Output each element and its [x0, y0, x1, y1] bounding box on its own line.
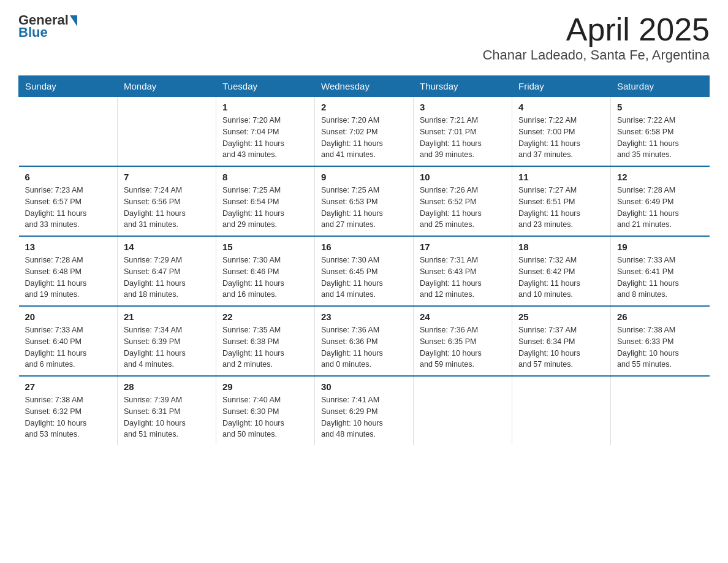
calendar-cell: 18Sunrise: 7:32 AM Sunset: 6:42 PM Dayli… — [512, 236, 611, 306]
calendar-cell: 12Sunrise: 7:28 AM Sunset: 6:49 PM Dayli… — [611, 166, 710, 236]
day-number: 4 — [518, 102, 604, 112]
title-block: April 2025 Chanar Ladeado, Santa Fe, Arg… — [482, 12, 710, 63]
week-row-3: 13Sunrise: 7:28 AM Sunset: 6:48 PM Dayli… — [19, 236, 710, 306]
calendar-cell: 16Sunrise: 7:30 AM Sunset: 6:45 PM Dayli… — [315, 236, 414, 306]
day-number: 5 — [617, 102, 703, 112]
day-info: Sunrise: 7:29 AM Sunset: 6:47 PM Dayligh… — [124, 255, 210, 301]
day-number: 10 — [420, 172, 506, 182]
calendar-header: SundayMondayTuesdayWednesdayThursdayFrid… — [19, 76, 710, 97]
calendar-cell: 21Sunrise: 7:34 AM Sunset: 6:39 PM Dayli… — [118, 306, 216, 376]
day-number: 16 — [321, 242, 407, 252]
day-info: Sunrise: 7:39 AM Sunset: 6:31 PM Dayligh… — [124, 394, 210, 440]
day-info: Sunrise: 7:22 AM Sunset: 6:58 PM Dayligh… — [617, 115, 703, 161]
calendar-cell — [414, 376, 512, 445]
header-day-friday: Friday — [512, 76, 611, 97]
day-number: 29 — [222, 381, 308, 392]
calendar-cell: 1Sunrise: 7:20 AM Sunset: 7:04 PM Daylig… — [216, 97, 315, 167]
day-info: Sunrise: 7:25 AM Sunset: 6:53 PM Dayligh… — [321, 185, 407, 231]
header-day-saturday: Saturday — [611, 76, 710, 97]
day-number: 30 — [321, 381, 407, 392]
day-number: 8 — [222, 172, 308, 182]
day-number: 15 — [222, 242, 308, 252]
day-info: Sunrise: 7:30 AM Sunset: 6:45 PM Dayligh… — [321, 255, 407, 301]
header-day-sunday: Sunday — [19, 76, 118, 97]
day-number: 14 — [124, 242, 210, 252]
day-info: Sunrise: 7:20 AM Sunset: 7:04 PM Dayligh… — [222, 115, 308, 161]
day-info: Sunrise: 7:40 AM Sunset: 6:30 PM Dayligh… — [222, 394, 308, 440]
calendar-cell: 26Sunrise: 7:38 AM Sunset: 6:33 PM Dayli… — [611, 306, 710, 376]
day-info: Sunrise: 7:33 AM Sunset: 6:41 PM Dayligh… — [617, 255, 703, 301]
page-header: General Blue April 2025 Chanar Ladeado, … — [18, 12, 710, 63]
calendar-cell: 4Sunrise: 7:22 AM Sunset: 7:00 PM Daylig… — [512, 97, 611, 167]
calendar-cell: 3Sunrise: 7:21 AM Sunset: 7:01 PM Daylig… — [414, 97, 512, 167]
week-row-5: 27Sunrise: 7:38 AM Sunset: 6:32 PM Dayli… — [19, 376, 710, 445]
day-info: Sunrise: 7:36 AM Sunset: 6:35 PM Dayligh… — [420, 324, 506, 370]
day-info: Sunrise: 7:38 AM Sunset: 6:33 PM Dayligh… — [617, 324, 703, 370]
day-number: 17 — [420, 242, 506, 252]
week-row-2: 6Sunrise: 7:23 AM Sunset: 6:57 PM Daylig… — [19, 166, 710, 236]
day-number: 19 — [617, 242, 703, 252]
day-number: 12 — [617, 172, 703, 182]
calendar-cell: 2Sunrise: 7:20 AM Sunset: 7:02 PM Daylig… — [315, 97, 414, 167]
day-info: Sunrise: 7:32 AM Sunset: 6:42 PM Dayligh… — [518, 255, 604, 301]
calendar-cell: 5Sunrise: 7:22 AM Sunset: 6:58 PM Daylig… — [611, 97, 710, 167]
day-number: 20 — [25, 312, 112, 322]
day-info: Sunrise: 7:41 AM Sunset: 6:29 PM Dayligh… — [321, 394, 407, 440]
day-number: 7 — [124, 172, 210, 182]
day-info: Sunrise: 7:28 AM Sunset: 6:49 PM Dayligh… — [617, 185, 703, 231]
day-number: 3 — [420, 102, 506, 112]
calendar-cell: 17Sunrise: 7:31 AM Sunset: 6:43 PM Dayli… — [414, 236, 512, 306]
day-info: Sunrise: 7:31 AM Sunset: 6:43 PM Dayligh… — [420, 255, 506, 301]
day-number: 9 — [321, 172, 407, 182]
calendar-cell: 6Sunrise: 7:23 AM Sunset: 6:57 PM Daylig… — [19, 166, 118, 236]
day-info: Sunrise: 7:20 AM Sunset: 7:02 PM Dayligh… — [321, 115, 407, 161]
day-info: Sunrise: 7:37 AM Sunset: 6:34 PM Dayligh… — [518, 324, 604, 370]
calendar-cell: 22Sunrise: 7:35 AM Sunset: 6:38 PM Dayli… — [216, 306, 315, 376]
day-number: 1 — [222, 102, 308, 112]
day-number: 27 — [25, 381, 112, 392]
day-info: Sunrise: 7:25 AM Sunset: 6:54 PM Dayligh… — [222, 185, 308, 231]
day-info: Sunrise: 7:27 AM Sunset: 6:51 PM Dayligh… — [518, 185, 604, 231]
calendar-cell — [19, 97, 118, 167]
header-day-monday: Monday — [118, 76, 216, 97]
week-row-4: 20Sunrise: 7:33 AM Sunset: 6:40 PM Dayli… — [19, 306, 710, 376]
header-day-tuesday: Tuesday — [216, 76, 315, 97]
day-info: Sunrise: 7:22 AM Sunset: 7:00 PM Dayligh… — [518, 115, 604, 161]
day-info: Sunrise: 7:24 AM Sunset: 6:56 PM Dayligh… — [124, 185, 210, 231]
calendar-cell — [611, 376, 710, 445]
day-number: 25 — [518, 312, 604, 322]
calendar-cell: 29Sunrise: 7:40 AM Sunset: 6:30 PM Dayli… — [216, 376, 315, 445]
week-row-1: 1Sunrise: 7:20 AM Sunset: 7:04 PM Daylig… — [19, 97, 710, 167]
day-info: Sunrise: 7:35 AM Sunset: 6:38 PM Dayligh… — [222, 324, 308, 370]
day-number: 24 — [420, 312, 506, 322]
calendar-cell: 27Sunrise: 7:38 AM Sunset: 6:32 PM Dayli… — [19, 376, 118, 445]
day-info: Sunrise: 7:34 AM Sunset: 6:39 PM Dayligh… — [124, 324, 210, 370]
calendar-cell: 19Sunrise: 7:33 AM Sunset: 6:41 PM Dayli… — [611, 236, 710, 306]
day-number: 6 — [25, 172, 112, 182]
calendar-body: 1Sunrise: 7:20 AM Sunset: 7:04 PM Daylig… — [19, 97, 710, 446]
header-day-thursday: Thursday — [414, 76, 512, 97]
header-day-wednesday: Wednesday — [315, 76, 414, 97]
calendar-cell: 20Sunrise: 7:33 AM Sunset: 6:40 PM Dayli… — [19, 306, 118, 376]
day-info: Sunrise: 7:26 AM Sunset: 6:52 PM Dayligh… — [420, 185, 506, 231]
day-number: 18 — [518, 242, 604, 252]
calendar-cell: 15Sunrise: 7:30 AM Sunset: 6:46 PM Dayli… — [216, 236, 315, 306]
day-info: Sunrise: 7:33 AM Sunset: 6:40 PM Dayligh… — [25, 324, 112, 370]
calendar-cell: 30Sunrise: 7:41 AM Sunset: 6:29 PM Dayli… — [315, 376, 414, 445]
calendar-cell: 7Sunrise: 7:24 AM Sunset: 6:56 PM Daylig… — [118, 166, 216, 236]
calendar-cell: 25Sunrise: 7:37 AM Sunset: 6:34 PM Dayli… — [512, 306, 611, 376]
calendar-cell: 8Sunrise: 7:25 AM Sunset: 6:54 PM Daylig… — [216, 166, 315, 236]
day-number: 21 — [124, 312, 210, 322]
day-info: Sunrise: 7:30 AM Sunset: 6:46 PM Dayligh… — [222, 255, 308, 301]
header-row: SundayMondayTuesdayWednesdayThursdayFrid… — [19, 76, 710, 97]
day-info: Sunrise: 7:23 AM Sunset: 6:57 PM Dayligh… — [25, 185, 112, 231]
calendar-cell: 10Sunrise: 7:26 AM Sunset: 6:52 PM Dayli… — [414, 166, 512, 236]
day-number: 2 — [321, 102, 407, 112]
logo: General Blue — [18, 12, 77, 40]
calendar-cell — [118, 97, 216, 167]
day-number: 13 — [25, 242, 112, 252]
calendar-cell: 24Sunrise: 7:36 AM Sunset: 6:35 PM Dayli… — [414, 306, 512, 376]
day-number: 23 — [321, 312, 407, 322]
calendar-cell: 9Sunrise: 7:25 AM Sunset: 6:53 PM Daylig… — [315, 166, 414, 236]
day-number: 11 — [518, 172, 604, 182]
